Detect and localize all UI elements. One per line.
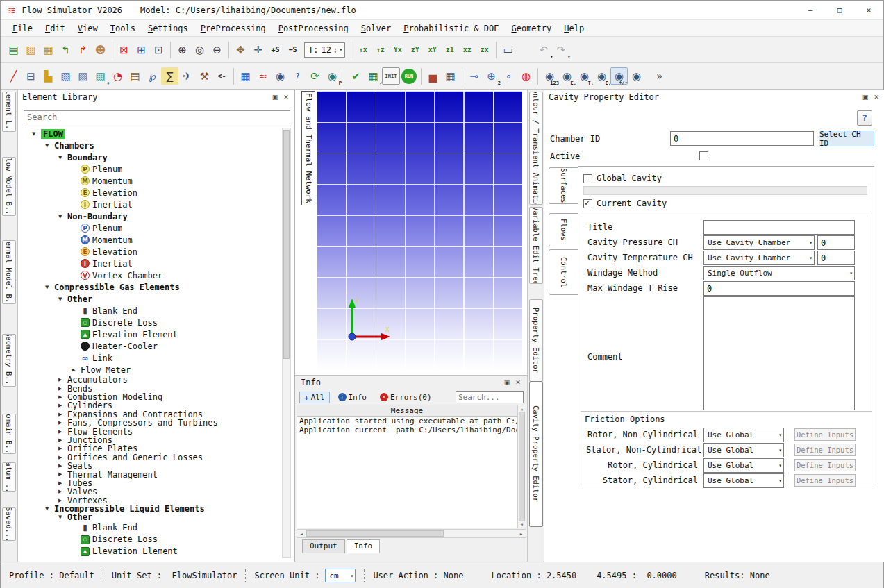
- message-column-header[interactable]: Message: [297, 405, 517, 417]
- tree-item-momentum[interactable]: MMomentum: [21, 175, 282, 187]
- tree-item-combustion-modeling[interactable]: ▶Combustion Modeling: [21, 393, 282, 401]
- define-inputs-button[interactable]: Define Inputs: [794, 428, 856, 441]
- expander-open-icon[interactable]: ▼: [32, 131, 41, 137]
- left-tab-element-l[interactable]: Element L...: [2, 92, 16, 132]
- left-tab-saved[interactable]: Saved...: [2, 507, 16, 541]
- show-elevation-icon[interactable]: ◉E,: [558, 67, 576, 85]
- filter-errors-button[interactable]: ✕ Errors(0): [375, 392, 437, 403]
- cavity-tab-flows[interactable]: Flows: [549, 213, 578, 246]
- right-tab-variable-edit-tree[interactable]: Variable Edit Tree: [529, 207, 543, 284]
- menu-postprocessing[interactable]: PostProcessing: [272, 22, 355, 35]
- cube-icon[interactable]: ▧: [57, 67, 74, 85]
- tree-item-vortex-chamber[interactable]: VVortex Chamber: [21, 269, 282, 281]
- close-button[interactable]: ✕: [854, 1, 883, 20]
- show-property-icon[interactable]: ◉P: [324, 67, 341, 85]
- left-tab-thermal-model-b[interactable]: Thermal Model B...: [2, 240, 16, 304]
- screen-unit-combo[interactable]: cm▾: [325, 569, 356, 582]
- tree-item-orifices-and-generic-losses[interactable]: ▶Orifices and Generic Losses: [21, 453, 282, 462]
- expander-closed-icon[interactable]: ▶: [58, 420, 67, 426]
- expander-closed-icon[interactable]: ▶: [58, 403, 67, 408]
- scroll-up-icon[interactable]: ▲: [521, 406, 524, 411]
- filter-all-button[interactable]: + All: [299, 392, 330, 403]
- xy-plot-icon[interactable]: ≈: [254, 67, 272, 85]
- menu-tools[interactable]: Tools: [104, 22, 142, 35]
- close-panel-icon[interactable]: ✕: [872, 93, 881, 101]
- expander-open-icon[interactable]: ▼: [45, 143, 54, 149]
- expander-closed-icon[interactable]: ▶: [58, 386, 67, 392]
- draw-element-icon[interactable]: ╱: [5, 67, 22, 85]
- comment-textarea[interactable]: [703, 296, 855, 410]
- max-windage-input[interactable]: [703, 281, 855, 296]
- tree-item-heater-cooler[interactable]: Heater-Cooler: [21, 340, 282, 352]
- cavity-temperature-combo[interactable]: Use Cavity Chamber▾: [703, 251, 815, 265]
- friction-method-combo[interactable]: Use Global▾: [703, 473, 784, 488]
- bar-chart-icon[interactable]: ▙: [40, 67, 57, 85]
- right-tab-contour-transient-animation[interactable]: Contour / Transient Animation: [529, 92, 543, 205]
- active-checkbox[interactable]: [699, 151, 708, 160]
- cavity-pressure-combo[interactable]: Use Cavity Chamber▾: [703, 235, 815, 250]
- element-search-input[interactable]: [24, 110, 290, 124]
- show-sign-icon[interactable]: ◉+/-: [610, 67, 628, 85]
- tree-item-chambers[interactable]: ▼Chambers: [21, 140, 282, 151]
- tree-item-seals[interactable]: ▶Seals: [21, 462, 282, 470]
- scroll-left-icon[interactable]: ◄: [297, 530, 306, 537]
- float-panel-icon[interactable]: ▣: [271, 93, 279, 101]
- right-tab-property-editor[interactable]: Property Editor: [529, 299, 543, 382]
- define-inputs-button[interactable]: Define Inputs: [794, 459, 856, 471]
- tree-item-accumulators[interactable]: ▶Accumulators: [21, 376, 282, 384]
- tree-item-inertial[interactable]: IInertial: [21, 199, 282, 210]
- node-add-icon[interactable]: ⊕2: [483, 67, 500, 85]
- select-ch-id-button[interactable]: Select CH ID: [819, 131, 874, 146]
- script-icon[interactable]: <-: [213, 67, 231, 85]
- menu-settings[interactable]: Settings: [142, 22, 194, 35]
- float-panel-icon[interactable]: ▣: [503, 378, 511, 387]
- menu-preprocessing[interactable]: PreProcessing: [194, 22, 272, 35]
- friction-method-combo[interactable]: Use Global▾: [703, 443, 784, 457]
- database-icon[interactable]: ◍: [517, 67, 535, 85]
- tree-item-elevation-element[interactable]: ▲Elevation Element: [21, 328, 282, 340]
- gauge-icon[interactable]: ◔: [109, 67, 126, 85]
- save-model-icon[interactable]: ▦: [40, 41, 57, 58]
- show-temperature-icon[interactable]: ◉T,: [576, 67, 593, 85]
- tree-item-vortexes[interactable]: ▶Vortexes: [21, 496, 282, 504]
- view-orient-1x-icon[interactable]: ↑x: [354, 41, 372, 58]
- tree-item-discrete-loss[interactable]: ○Discrete Loss: [21, 317, 282, 328]
- display-monitor-icon[interactable]: ▭: [499, 41, 517, 58]
- filter-info-button[interactable]: i Info: [333, 392, 372, 403]
- tab-output[interactable]: Output: [302, 539, 345, 553]
- node-link-icon[interactable]: ⊸: [465, 67, 483, 85]
- define-inputs-button[interactable]: Define Inputs: [794, 444, 856, 456]
- chamber-id-input[interactable]: [670, 131, 814, 146]
- move-icon[interactable]: ✛: [249, 41, 267, 58]
- scroll-right-icon[interactable]: ►: [517, 530, 526, 537]
- show-values-icon[interactable]: ◉: [628, 67, 645, 85]
- expander-closed-icon[interactable]: ▶: [58, 394, 67, 400]
- tree-item-plenum[interactable]: PPlenum: [21, 222, 282, 234]
- close-panel-icon[interactable]: ✕: [514, 378, 522, 387]
- scrollbar-thumb[interactable]: [283, 130, 290, 359]
- expander-closed-icon[interactable]: ▶: [58, 437, 67, 443]
- minimize-button[interactable]: —: [796, 1, 825, 20]
- canvas-tab-flow-thermal-network[interactable]: Flow and Thermal Network: [301, 91, 315, 205]
- expander-closed-icon[interactable]: ▶: [72, 367, 81, 373]
- expander-closed-icon[interactable]: ▶: [58, 480, 67, 486]
- zoom-fit-icon[interactable]: ◎: [191, 41, 208, 58]
- left-tab-datum[interactable]: Datum ...: [2, 462, 16, 492]
- expander-closed-icon[interactable]: ▶: [58, 498, 67, 503]
- message-horizontal-scrollbar[interactable]: ◄ ►: [297, 529, 526, 538]
- view-orient-z1-icon[interactable]: z1: [441, 41, 458, 58]
- notebook-icon[interactable]: ▤: [126, 67, 144, 85]
- cavity-temperature-ch-input[interactable]: [817, 251, 855, 265]
- tab-info[interactable]: Info: [347, 539, 381, 553]
- tree-item-inertial[interactable]: IInertial: [21, 258, 282, 269]
- global-cavity-checkbox[interactable]: [583, 174, 592, 183]
- expander-open-icon[interactable]: ▼: [58, 296, 67, 302]
- expander-closed-icon[interactable]: ▶: [58, 489, 67, 494]
- zoom-out-icon[interactable]: ⊖: [208, 41, 226, 58]
- cube-alt-icon[interactable]: ▧: [74, 67, 92, 85]
- summation-icon[interactable]: ∑: [161, 67, 178, 85]
- close-panel-icon[interactable]: ✕: [282, 93, 290, 101]
- tree-item-elevation-element[interactable]: ▲Elevation Element: [21, 546, 282, 557]
- expander-open-icon[interactable]: ▼: [58, 214, 67, 219]
- menu-help[interactable]: Help: [558, 22, 590, 35]
